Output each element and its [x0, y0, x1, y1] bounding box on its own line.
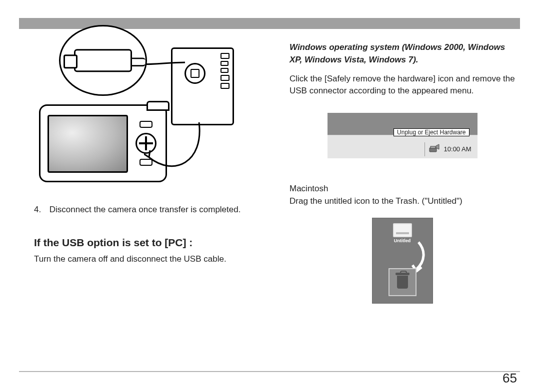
mac-desktop-screenshot: Untitled [372, 218, 433, 304]
windows-taskbar-screenshot: Unplug or Eject Hardware 10:00 AM [328, 113, 478, 158]
usb-pc-instruction: Turn the camera off and disconnect the U… [34, 254, 260, 265]
mac-heading: Macintosh [290, 182, 515, 195]
windows-os-note: Windows operating system (Windows 2000, … [290, 41, 515, 66]
bottom-rule-bar [19, 371, 520, 372]
svg-rect-1 [430, 146, 436, 148]
eject-tooltip: Unplug or Eject Hardware [394, 128, 469, 136]
manual-page: 4. Disconnect the camera once transfer i… [0, 0, 540, 392]
usb-plug-magnifier [59, 25, 147, 96]
usb-pc-heading: If the USB option is set to [PC] : [34, 237, 260, 249]
page-number: 65 [502, 371, 517, 386]
camera-illustration [39, 104, 167, 182]
safely-remove-hardware-icon [429, 144, 440, 154]
step-4: 4. Disconnect the camera once transfer i… [34, 204, 260, 216]
tray-clock: 10:00 AM [444, 145, 472, 153]
usb-plug-icon [74, 49, 132, 72]
untitled-drive-icon [393, 223, 412, 237]
trash-icon [388, 268, 416, 296]
content-columns: 4. Disconnect the camera once transfer i… [19, 37, 520, 362]
pc-usb-port-icon [184, 63, 206, 84]
pc-tower-illustration [171, 47, 234, 125]
mac-section: Macintosh Drag the untitled icon to the … [290, 182, 515, 208]
mac-instruction: Drag the untitled icon to the Trash. ("U… [290, 195, 515, 208]
step-4-text: Disconnect the camera once transfer is c… [50, 205, 241, 214]
step-4-number: 4. [34, 204, 47, 216]
left-column: 4. Disconnect the camera once transfer i… [19, 37, 264, 362]
camera-to-pc-figure [44, 32, 234, 182]
windows-safely-remove-instruction: Click the [Safely remove the hardware] i… [290, 73, 515, 97]
right-column: Windows operating system (Windows 2000, … [284, 37, 520, 362]
